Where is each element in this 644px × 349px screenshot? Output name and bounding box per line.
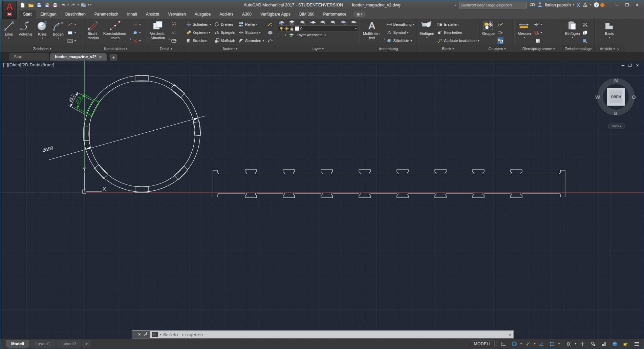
drag-handle-icon[interactable]: ⁞⁞ — [133, 333, 136, 336]
bogen-button[interactable]: Bogen▾ — [51, 20, 66, 45]
reihe-button[interactable]: Reihe▾ — [239, 21, 264, 28]
compass-east[interactable]: O — [632, 94, 636, 100]
dropdown-arrow-icon[interactable]: ▾ — [139, 31, 141, 34]
tab-start[interactable]: Start — [19, 10, 36, 19]
layer-isolate-icon[interactable] — [299, 20, 306, 25]
layer-select-dropdown[interactable]: 0 ▾ — [278, 25, 358, 32]
linie-button[interactable]: Linie▾ — [2, 20, 16, 45]
group-edit-icon[interactable] — [497, 22, 503, 27]
command-line-handle[interactable]: ⁞⁞ ✕ — [132, 331, 150, 338]
drehen-button[interactable]: Drehen — [214, 21, 235, 28]
user-avatar-icon[interactable] — [538, 2, 542, 8]
crosshair-icon[interactable] — [577, 340, 587, 348]
rectangle-icon[interactable] — [67, 30, 73, 35]
panel-label-gruppen[interactable]: Gruppen▾ — [479, 45, 515, 52]
object-color-icon[interactable] — [278, 33, 283, 37]
layer-color-swatch[interactable] — [295, 26, 299, 31]
layout-tab-layout2[interactable]: Layout2 — [56, 340, 82, 348]
drawing-canvas[interactable]: 27,5 25,2 Ø100 Y X [−][Oben][2D-Drahtkör… — [0, 61, 644, 339]
viewcube-top-face[interactable]: OBEN — [607, 88, 625, 106]
layout-tab-modell[interactable]: Modell — [6, 340, 29, 348]
layer-change-icon[interactable] — [288, 32, 295, 37]
hardware-acceleration-icon[interactable] — [610, 340, 620, 348]
layer-freeze-icon[interactable] — [319, 20, 326, 25]
ribbon-display-toggle[interactable]: ▣ ▾ — [354, 12, 365, 17]
close-button[interactable]: ✕ — [632, 1, 642, 9]
panel-label-zeichnen[interactable]: Zeichnen▾ — [0, 45, 84, 52]
layer-change-label[interactable]: Layer wechseln — [297, 33, 322, 37]
settings-dropdown-icon[interactable]: ▾ — [575, 342, 577, 345]
panel-label-aendern[interactable]: Ändern▾ — [185, 45, 275, 52]
erase-construction-icon[interactable] — [132, 38, 138, 43]
dropdown-arrow-icon[interactable]: ▾ — [259, 31, 260, 34]
tab-performance[interactable]: Performance — [319, 10, 351, 19]
layer-properties-icon[interactable] — [278, 20, 285, 25]
dropdown-arrow-icon[interactable]: ▾ — [256, 23, 257, 26]
annotation-scale-icon[interactable] — [599, 340, 609, 348]
dropdown-arrow-icon[interactable]: ▾ — [541, 31, 542, 34]
grid-snap-icon[interactable] — [509, 340, 519, 348]
layout-tab-layout1[interactable]: Layout1 — [30, 340, 56, 348]
search-collapse-icon[interactable]: ▸ — [455, 3, 456, 7]
panel-label-block[interactable]: Block▾ — [417, 45, 479, 52]
viewport-restore-icon[interactable]: ❐ — [628, 63, 632, 68]
dropdown-arrow-icon[interactable]: ▾ — [355, 27, 357, 30]
file-tab-active[interactable]: feeder_magazine_v2* ✕ — [50, 53, 107, 61]
tab-einfuegen[interactable]: Einfügen — [36, 10, 61, 19]
minimize-button[interactable]: ─ — [612, 1, 622, 9]
dropdown-arrow-icon[interactable]: ▾ — [168, 38, 170, 45]
stutzen-button[interactable]: Stutzen▾ — [239, 29, 264, 36]
match-properties-icon[interactable] — [267, 22, 273, 27]
spiegeln-button[interactable]: Spiegeln — [214, 29, 235, 36]
close-tab-icon[interactable]: ✕ — [99, 55, 102, 59]
snap-magnet-icon[interactable] — [534, 30, 539, 35]
tab-beschriften[interactable]: Beschriften — [61, 10, 90, 19]
qat-customize-icon[interactable]: ▿ — [90, 3, 91, 7]
new-file-icon[interactable] — [19, 2, 26, 8]
compass-west[interactable]: W — [595, 94, 600, 100]
attribute-bearbeiten-button[interactable]: Attribute bearbeiten▾ — [437, 37, 479, 44]
basis-button[interactable]: Basis▾ — [602, 20, 617, 45]
kreis-button[interactable]: Kreis▾ — [35, 20, 49, 45]
ortho-mode-icon[interactable] — [523, 340, 533, 348]
dropdown-arrow-icon[interactable]: ▾ — [74, 39, 76, 42]
selection-cycling-icon[interactable] — [588, 340, 598, 348]
block-einfuegen-button[interactable]: Einfügen▾ — [418, 20, 435, 45]
object-snap-icon[interactable] — [547, 340, 557, 348]
undo-dropdown-icon[interactable]: ▾ — [67, 3, 69, 6]
new-drawing-tab-button[interactable]: + — [110, 54, 117, 61]
save-icon[interactable] — [36, 2, 42, 8]
exchange-apps-icon[interactable]: X — [577, 2, 580, 8]
dropdown-arrow-icon[interactable]: ▾ — [541, 23, 542, 26]
isolate-objects-icon[interactable] — [621, 340, 631, 348]
section-aa-icon[interactable]: A-A — [171, 22, 177, 27]
tab-verfuegbare-apps[interactable]: Verfügbare Apps — [256, 10, 295, 19]
user-dropdown-icon[interactable]: ▾ — [573, 3, 574, 6]
panel-label-layer[interactable]: Layer▾ — [275, 45, 360, 52]
strecken-button[interactable]: Strecken — [186, 37, 211, 44]
kopieren-button[interactable]: Kopieren▾ — [186, 29, 211, 36]
massstab-button[interactable]: Maßstab — [214, 37, 235, 44]
copy-pages-icon[interactable] — [582, 30, 588, 35]
command-line-bar[interactable]: ⁞⁞ ✕ >_ ▾ Befehl eingeben ▲ — [132, 330, 514, 339]
tab-a360[interactable]: A360 — [238, 10, 256, 19]
signed-in-user[interactable]: florian.paproth — [545, 3, 571, 7]
tab-ausgabe[interactable]: Ausgabe — [190, 10, 215, 19]
polylinie-button[interactable]: Polylinie — [17, 20, 34, 45]
tab-inhalt[interactable]: Inhalt — [123, 10, 141, 19]
layer-on-bulb-icon[interactable] — [279, 26, 283, 31]
panel-label-ansicht[interactable]: Ansicht▾↘ — [595, 45, 624, 52]
dropdown-arrow-icon[interactable]: ▾ — [478, 39, 479, 42]
ungroup-icon[interactable] — [497, 30, 503, 35]
tab-addins[interactable]: Add-ins — [215, 10, 238, 19]
dropdown-arrow-icon[interactable]: ▾ — [413, 23, 414, 26]
verdeckt-situation-button[interactable]: Verdeckt- Situation — [149, 20, 167, 45]
viewcube[interactable]: N S W O OBEN — [597, 78, 635, 115]
maximize-button[interactable]: ❐ — [622, 1, 632, 9]
command-wrench-icon[interactable] — [143, 332, 147, 337]
dropdown-arrow-icon[interactable]: ▾ — [74, 23, 76, 26]
center-mark-icon[interactable] — [132, 22, 138, 27]
command-close-icon[interactable]: ✕ — [138, 332, 141, 337]
bemassung-button[interactable]: Bemaßung▾ — [386, 21, 414, 28]
polyline-edit-icon[interactable] — [267, 38, 273, 43]
